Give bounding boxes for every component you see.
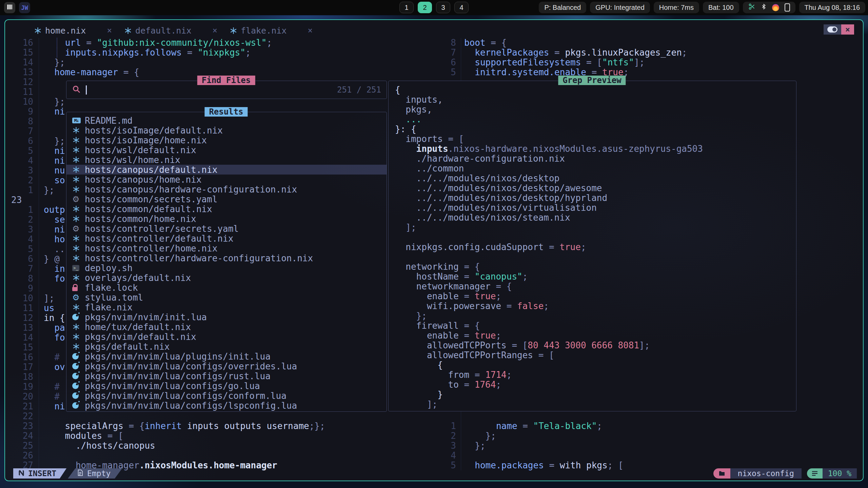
result-item[interactable]: pkgs/nvim/nvim/lua/configs/conform.lua xyxy=(66,391,387,401)
hotspot-flame-icon[interactable] xyxy=(772,4,779,11)
workspace-button-4[interactable]: 4 xyxy=(454,2,469,13)
result-item[interactable]: hosts/canopus/home.nix xyxy=(66,175,387,184)
code-line: 4 ho xyxy=(5,235,65,244)
code-line: 16 # xyxy=(5,352,60,362)
result-item[interactable]: flake.lock xyxy=(66,283,387,292)
tab-default.nix[interactable]: default.nix× xyxy=(124,26,217,36)
preview-code-line: to = 1764; xyxy=(395,380,703,390)
code-line: 17 ov xyxy=(5,362,65,372)
yaml-gear-icon: ⚙ xyxy=(72,224,85,233)
bluetooth-icon[interactable] xyxy=(761,3,767,12)
result-item[interactable]: ⚙stylua.toml xyxy=(66,292,387,302)
app-launcher-button[interactable] xyxy=(4,2,15,13)
preview-code-line: ... xyxy=(395,115,703,124)
preview-code-line: ]; xyxy=(395,400,703,409)
yaml-gear-icon: ⚙ xyxy=(72,195,85,204)
code-line: 12in { xyxy=(5,313,65,323)
result-item[interactable]: pkgs/nvim/nvim/lua/configs/lspconfig.lua xyxy=(66,401,387,410)
result-item[interactable]: pkgs/nvim/nvim/lua/configs/overrides.lua xyxy=(66,361,387,371)
logo-button[interactable]: JW xyxy=(19,2,30,13)
preview-code-line: ./hardware-configuration.nix xyxy=(395,154,703,164)
result-item[interactable]: pkgs/nvim/nvim/lua/configs/go.lua xyxy=(66,381,387,391)
result-item[interactable]: pkgs/default.nix xyxy=(66,342,387,351)
result-item[interactable]: hosts/canopus/default.nix xyxy=(66,165,387,175)
code-line: 4 xyxy=(444,451,464,461)
code-line: 13 pa xyxy=(5,323,65,333)
tray-module xyxy=(743,2,795,13)
window-toggle-button[interactable] xyxy=(824,24,841,35)
preview-code-line: hostName = "canopus"; xyxy=(395,272,703,282)
tab-close-icon[interactable]: × xyxy=(107,26,112,35)
neovim-icon xyxy=(18,469,25,478)
tab-home.nix[interactable]: home.nix× xyxy=(34,26,112,36)
preview-code-line: enable = true; xyxy=(395,291,703,301)
result-item[interactable]: ⚙hosts/common/secrets.yaml xyxy=(66,194,387,204)
result-item[interactable]: hosts/common/default.nix xyxy=(66,204,387,214)
result-item[interactable]: flake.nix xyxy=(66,302,387,312)
tab-close-icon[interactable]: × xyxy=(308,26,312,35)
grep-preview-title: Grep Preview xyxy=(558,76,626,85)
nix-file-icon xyxy=(72,146,85,154)
code-line: 4 ni xyxy=(5,156,65,166)
lua-file-icon xyxy=(72,392,85,399)
workspace-button-2[interactable]: 2 xyxy=(418,2,432,13)
file-segment: Empty xyxy=(68,468,122,479)
result-item-label: hosts/wsl/default.nix xyxy=(85,145,196,155)
result-item-label: pkgs/nvim/nvim/lua/configs/go.lua xyxy=(85,381,260,391)
tab-flake.nix[interactable]: flake.nix× xyxy=(230,26,313,36)
code-line: 11us xyxy=(5,303,54,313)
result-item[interactable]: pkgs/nvim/nvim/lua/configs/rust.lua xyxy=(66,371,387,381)
scroll-percent: 100 % xyxy=(823,468,857,479)
result-item[interactable]: pkgs/nvim/nvim/init.lua xyxy=(66,312,387,322)
workspace-button-3[interactable]: 3 xyxy=(436,2,450,13)
nix-file-icon xyxy=(72,215,85,223)
window-close-button[interactable]: × xyxy=(841,24,854,35)
shell-file-icon: >_ xyxy=(72,265,85,271)
scroll-segment-icon-box xyxy=(807,468,823,479)
toml-gear-icon: ⚙ xyxy=(72,293,85,302)
result-item[interactable]: hosts/isoImage/default.nix xyxy=(66,125,387,135)
lua-file-icon xyxy=(72,402,85,409)
phone-icon[interactable] xyxy=(785,3,790,12)
result-item[interactable]: hosts/isoImage/home.nix xyxy=(66,135,387,145)
preview-code-line: allowedTCPPorts = [80 443 3000 6666 8081… xyxy=(395,341,703,350)
result-item[interactable]: pkgs/nvim/nvim/lua/plugins/init.lua xyxy=(66,351,387,361)
result-item-label: flake.nix xyxy=(85,302,133,312)
network-scissors-icon[interactable] xyxy=(748,3,755,12)
result-item-label: hosts/controller/secrets.yaml xyxy=(85,224,239,234)
result-item[interactable]: overlays/default.nix xyxy=(66,273,387,283)
result-item[interactable]: hosts/controller/default.nix xyxy=(66,233,387,243)
result-item[interactable]: hosts/canopus/hardware-configuration.nix xyxy=(66,184,387,194)
nix-file-icon xyxy=(72,274,85,282)
code-line: 11 xyxy=(5,87,44,97)
tab-close-icon[interactable]: × xyxy=(212,26,217,35)
statusline: INSERT Empty nixos-config 100 % xyxy=(5,468,863,479)
result-item[interactable]: hosts/common/home.nix xyxy=(66,214,387,224)
code-line: 3 nu xyxy=(5,166,65,176)
preview-code-line xyxy=(395,232,703,242)
result-item[interactable]: >_deploy.sh xyxy=(66,263,387,273)
result-item-label: pkgs/nvim/default.nix xyxy=(85,332,196,342)
nix-icon xyxy=(124,27,132,35)
result-item[interactable]: ⚙hosts/controller/secrets.yaml xyxy=(66,224,387,233)
preview-code-line: }: { xyxy=(395,124,703,134)
workspace-button-1[interactable]: 1 xyxy=(399,2,414,13)
result-item[interactable]: hosts/wsl/default.nix xyxy=(66,145,387,155)
terminal-window: home.nix×default.nix×flake.nix× × 16 │ u… xyxy=(4,19,864,481)
result-item-label: pkgs/nvim/nvim/lua/configs/overrides.lua xyxy=(85,361,297,371)
result-item[interactable]: hosts/controller/hardware-configuration.… xyxy=(66,253,387,263)
result-item-label: hosts/common/default.nix xyxy=(85,204,212,214)
apps-grid-icon xyxy=(6,4,13,12)
code-line: 10 }; xyxy=(5,97,65,107)
result-item[interactable]: home/tux/default.nix xyxy=(66,322,387,332)
result-item[interactable]: M↓README.md xyxy=(66,116,387,125)
code-line: 6} @ xyxy=(5,254,60,264)
result-item-label: hosts/canopus/hardware-configuration.nix xyxy=(85,184,297,195)
result-item[interactable]: hosts/controller/home.nix xyxy=(66,243,387,253)
preview-code-line: networking = { xyxy=(395,262,703,272)
result-item[interactable]: pkgs/nvim/default.nix xyxy=(66,332,387,342)
code-line: 6 supportedFilesystems = ["ntfs"]; xyxy=(444,58,645,67)
code-line: 9 ni xyxy=(5,107,65,117)
result-counter: 251 / 251 xyxy=(337,85,381,95)
result-item[interactable]: hosts/wsl/home.nix xyxy=(66,155,387,165)
